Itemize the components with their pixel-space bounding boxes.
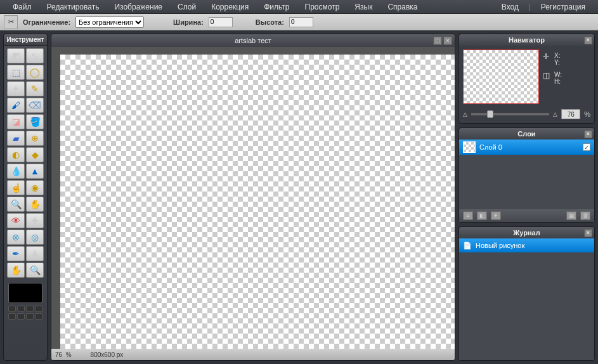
stamp-tool[interactable]: ⊕ <box>26 131 44 146</box>
constraint-select[interactable]: Без ограничения <box>75 16 144 28</box>
zoom-input[interactable] <box>561 109 580 119</box>
swatch[interactable] <box>26 313 34 320</box>
maximize-button[interactable]: □ <box>433 36 442 45</box>
bounds-icon: ◫ <box>543 71 550 80</box>
swatch[interactable] <box>35 313 42 320</box>
layers-panel: Слои × Слой 0 ✓ ≡ ◧ ✦ ▦ 🗑 <box>458 127 595 223</box>
navigator-title: Навигатор <box>509 36 545 44</box>
login-link[interactable]: Вход <box>494 1 526 13</box>
delete-layer-button[interactable]: 🗑 <box>580 211 590 220</box>
journal-entry: Новый рисунок <box>476 242 524 249</box>
width-label: Ширина: <box>173 18 204 26</box>
menu-help[interactable]: Справка <box>380 1 425 13</box>
eraser-tool[interactable]: ⌫ <box>26 98 44 113</box>
layer-settings-button[interactable]: ≡ <box>463 211 473 220</box>
menu-image[interactable]: Изображение <box>107 1 170 13</box>
menu-filter[interactable]: Фильтр <box>256 1 297 13</box>
foreground-color[interactable] <box>8 283 42 303</box>
gradient-tool[interactable]: ▰ <box>7 131 25 146</box>
options-bar: ✂ Ограничение: Без ограничения Ширина: В… <box>0 14 598 30</box>
shape-tool[interactable]: ◆ <box>26 147 44 162</box>
width-input[interactable] <box>209 17 233 27</box>
menu-layer[interactable]: Слой <box>170 1 204 13</box>
menu-view[interactable]: Просмотр <box>297 1 348 13</box>
liquify-tool[interactable]: ⊗ <box>7 230 25 245</box>
canvas-dimensions: 800x600 px <box>91 351 124 358</box>
canvas-checker <box>60 55 455 349</box>
zoom-out-icon[interactable]: △ <box>463 111 467 117</box>
journal-title: Журнал <box>513 229 540 237</box>
journal-row[interactable]: 📄 Новый рисунок <box>459 238 594 252</box>
document-icon: 📄 <box>463 242 472 250</box>
smudge-tool[interactable]: ☝ <box>7 180 25 195</box>
crop-tool-icon: ✂ <box>4 15 18 29</box>
canvas[interactable] <box>51 47 455 349</box>
bucket-tool[interactable]: 🪣 <box>26 114 44 129</box>
navigator-panel: Навигатор × ✛X:Y: ◫W:H: △ △ % <box>458 34 595 124</box>
crop-tool[interactable]: ◩ <box>7 48 25 63</box>
zoom-in-icon[interactable]: △ <box>553 111 557 117</box>
menu-file[interactable]: Файл <box>5 1 39 13</box>
close-icon[interactable]: × <box>584 130 592 138</box>
close-icon[interactable]: × <box>584 229 592 237</box>
canvas-titlebar[interactable]: artslab тест □ × <box>51 34 455 47</box>
redeye-tool[interactable]: 👁 <box>7 213 25 228</box>
zoom-value: 76 <box>55 351 62 358</box>
toolbox: Инструмент ◩ ↖ ⬚ ◯ ✦ ✎ 🖌 ⌫ ◪ 🪣 ▰ ⊕ ◐ ◆ 💧… <box>3 34 48 361</box>
swatch[interactable] <box>17 306 25 312</box>
canvas-title: artslab тест <box>235 37 271 44</box>
blur-tool[interactable]: 💧 <box>7 164 25 179</box>
height-input[interactable] <box>289 17 313 27</box>
zoom-slider[interactable] <box>471 113 549 115</box>
lasso-tool[interactable]: ◯ <box>26 65 44 80</box>
layer-thumbnail <box>463 141 476 153</box>
eyedropper-tool[interactable]: ✒ <box>7 246 25 261</box>
menu-adjustment[interactable]: Коррекция <box>204 1 256 13</box>
marquee-tool[interactable]: ⬚ <box>7 65 25 80</box>
heal-tool[interactable]: ✚ <box>26 213 44 228</box>
journal-panel: Журнал × 📄 Новый рисунок <box>458 226 595 361</box>
crosshair-icon: ✛ <box>543 52 550 61</box>
menubar: Файл Редактировать Изображение Слой Корр… <box>0 0 598 14</box>
pencil-tool[interactable]: ✎ <box>26 81 44 96</box>
swatch[interactable] <box>26 306 34 312</box>
register-link[interactable]: Регистрация <box>533 1 593 13</box>
layer-visibility-checkbox[interactable]: ✓ <box>583 143 590 151</box>
type-tool[interactable]: A <box>26 246 44 261</box>
height-label: Высота: <box>256 18 284 26</box>
layer-name: Слой 0 <box>479 143 502 151</box>
dodge-tool[interactable]: 🔍 <box>7 197 25 212</box>
menu-language[interactable]: Язык <box>347 1 380 13</box>
layers-title: Слои <box>517 130 535 138</box>
burn-tool[interactable]: ✋ <box>26 197 44 212</box>
brush-tool[interactable]: 🖌 <box>7 98 25 113</box>
constraint-label: Ограничение: <box>23 18 70 26</box>
swatch[interactable] <box>8 306 16 312</box>
new-layer-button[interactable]: ▦ <box>566 211 576 220</box>
menu-edit[interactable]: Редактировать <box>39 1 107 13</box>
toolbox-title: Инструмент <box>4 34 47 46</box>
sponge-tool[interactable]: ◉ <box>26 180 44 195</box>
move-tool[interactable]: ↖ <box>26 48 44 63</box>
swatch[interactable] <box>17 313 25 320</box>
replace-tool[interactable]: ◐ <box>7 147 25 162</box>
menu-separator: | <box>529 3 531 11</box>
wand-tool[interactable]: ✦ <box>7 81 25 96</box>
sharpen-tool[interactable]: ▲ <box>26 164 44 179</box>
canvas-window: artslab тест □ × 76 % 800x600 px <box>51 34 455 361</box>
layer-row[interactable]: Слой 0 ✓ <box>459 140 594 155</box>
swatch[interactable] <box>35 306 42 312</box>
close-button[interactable]: × <box>443 36 452 45</box>
hand-tool[interactable]: ✋ <box>7 263 25 278</box>
canvas-statusbar: 76 % 800x600 px <box>51 349 455 360</box>
layer-mask-button[interactable]: ◧ <box>477 211 487 220</box>
percent-label: % <box>584 110 590 118</box>
zoom-tool[interactable]: 🔍 <box>26 263 44 278</box>
layer-style-button[interactable]: ✦ <box>491 211 501 220</box>
swatch[interactable] <box>8 313 16 320</box>
close-icon[interactable]: × <box>584 36 592 44</box>
eraser2-tool[interactable]: ◪ <box>7 114 25 129</box>
navigator-preview[interactable] <box>463 49 539 104</box>
warp-tool[interactable]: ◎ <box>26 230 44 245</box>
